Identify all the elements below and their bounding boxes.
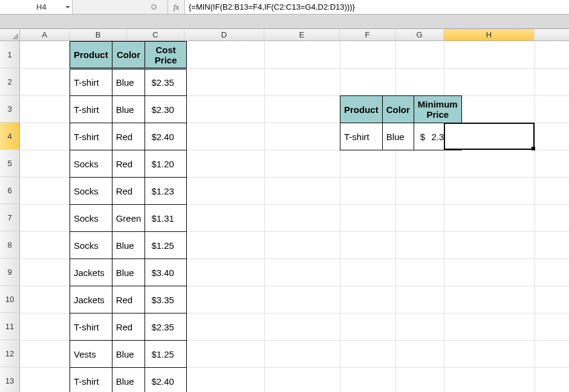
row-header-8[interactable]: 8 [0, 231, 20, 259]
row-header-1[interactable]: 1 [0, 41, 20, 68]
table-row: T-shirt Blue $2.35 [70, 69, 187, 96]
lookup-header-color[interactable]: Color [382, 96, 414, 123]
main-header-color[interactable]: Color [112, 42, 145, 69]
formula-bar-spacer [73, 0, 168, 14]
row-header-9[interactable]: 9 [0, 259, 20, 286]
cell-color[interactable]: Blue [112, 259, 145, 286]
insert-function-button[interactable]: fx [168, 0, 185, 14]
cell-price[interactable]: $1.25 [145, 341, 187, 368]
lookup-table: Product Color Minimum Price T-shirt Blue… [340, 95, 462, 150]
row-header-6[interactable]: 6 [0, 177, 20, 204]
cell-price[interactable]: $1.20 [145, 150, 187, 178]
column-headers: A B C D E F G H [0, 29, 569, 41]
cell-price[interactable]: $1.25 [145, 232, 187, 259]
col-header-g[interactable]: G [395, 29, 444, 40]
lookup-table-header-row: Product Color Minimum Price [340, 96, 462, 123]
cell-product[interactable]: Socks [70, 232, 112, 259]
col-header-e[interactable]: E [264, 29, 340, 40]
table-row: Socks Red $1.20 [70, 150, 187, 178]
name-box-wrap[interactable]: H4 [0, 0, 73, 14]
lookup-header-product[interactable]: Product [340, 96, 383, 123]
chevron-down-icon[interactable] [65, 6, 70, 8]
cell-color[interactable]: Green [112, 205, 145, 232]
formula-input[interactable]: {=MIN(IF(B2:B13=F4,IF(C2:C13=G4,D2:D13))… [185, 0, 569, 14]
table-row: T-shirt Blue $2.30 [70, 96, 187, 123]
cell-price[interactable]: $2.35 [145, 313, 187, 341]
cell-product[interactable]: Jackets [70, 286, 112, 313]
record-macro-icon[interactable] [151, 4, 157, 10]
cell-price[interactable]: $1.23 [145, 178, 187, 205]
col-header-h[interactable]: H [444, 29, 535, 40]
main-table: Product Color Cost Price T-shirt Blue $2… [70, 41, 187, 392]
ribbon-collapsed-gap [0, 14, 569, 29]
cell-color[interactable]: Red [112, 313, 145, 341]
cell-color[interactable]: Blue [112, 96, 145, 123]
table-row: Socks Red $1.23 [70, 178, 187, 205]
cell-price[interactable]: $3.40 [145, 259, 187, 286]
cell-product[interactable]: Socks [70, 178, 112, 205]
row-header-7[interactable]: 7 [0, 204, 20, 231]
cell-product[interactable]: T-shirt [70, 69, 112, 96]
row-header-12[interactable]: 12 [0, 340, 20, 367]
main-header-product[interactable]: Product [70, 42, 112, 69]
table-row: Socks Green $1.31 [70, 205, 187, 232]
cell-product[interactable]: Jackets [70, 259, 112, 286]
cell-color[interactable]: Red [112, 178, 145, 205]
cell-price[interactable]: $2.40 [145, 123, 187, 150]
cell-min-price[interactable]: $2.30 [414, 123, 461, 150]
row-header-11[interactable]: 11 [0, 313, 20, 340]
col-header-d[interactable]: D [184, 29, 264, 40]
cell-product[interactable]: Socks [70, 150, 112, 178]
table-row: Jackets Red $3.35 [70, 286, 187, 313]
col-header-b[interactable]: B [70, 29, 127, 40]
fx-icon: fx [174, 2, 179, 12]
cell-color[interactable]: Blue [112, 69, 145, 96]
row-header-13[interactable]: 13 [0, 367, 20, 392]
main-header-cost[interactable]: Cost Price [145, 42, 187, 69]
cell-color[interactable]: Blue [112, 368, 145, 393]
formula-text: {=MIN(IF(B2:B13=F4,IF(C2:C13=G4,D2:D13))… [189, 2, 355, 11]
table-row: Vests Blue $1.25 [70, 341, 187, 368]
spreadsheet-grid: A B C D E F G H 1 2 3 4 5 6 7 8 9 10 11 … [0, 29, 569, 41]
lookup-header-min-price[interactable]: Minimum Price [414, 96, 461, 123]
table-row: T-shirt Blue $2.30 [340, 123, 462, 150]
cell-color[interactable]: Blue [112, 341, 145, 368]
col-header-c[interactable]: C [127, 29, 184, 40]
cell-product[interactable]: T-shirt [70, 123, 112, 150]
cell-product[interactable]: T-shirt [340, 123, 383, 150]
cell-color[interactable]: Red [112, 150, 145, 178]
cell-price[interactable]: $2.35 [145, 69, 187, 96]
cell-product[interactable]: Socks [70, 205, 112, 232]
cell-price[interactable]: $1.31 [145, 205, 187, 232]
cell-product[interactable]: T-shirt [70, 96, 112, 123]
select-all-button[interactable] [0, 29, 20, 41]
cell-color[interactable]: Red [112, 123, 145, 150]
cell-product[interactable]: T-shirt [70, 368, 112, 393]
cell-color[interactable]: Blue [112, 232, 145, 259]
row-header-4[interactable]: 4 [0, 123, 20, 150]
col-header-a[interactable]: A [20, 29, 70, 40]
cell-price[interactable]: $2.30 [145, 96, 187, 123]
cell-price[interactable]: $3.35 [145, 286, 187, 313]
main-table-header-row: Product Color Cost Price [70, 42, 187, 69]
table-row: Socks Blue $1.25 [70, 232, 187, 259]
row-headers: 1 2 3 4 5 6 7 8 9 10 11 12 13 [0, 41, 20, 392]
row-header-2[interactable]: 2 [0, 68, 20, 95]
row-header-5[interactable]: 5 [0, 150, 20, 177]
cell-product[interactable]: T-shirt [70, 313, 112, 341]
row-header-3[interactable]: 3 [0, 95, 20, 123]
cell-color[interactable]: Blue [382, 123, 414, 150]
table-row: T-shirt Red $2.35 [70, 313, 187, 341]
row-header-10[interactable]: 10 [0, 286, 20, 313]
formula-bar-row: H4 fx {=MIN(IF(B2:B13=F4,IF(C2:C13=G4,D2… [0, 0, 569, 14]
col-header-f[interactable]: F [340, 29, 395, 40]
table-row: Jackets Blue $3.40 [70, 259, 187, 286]
cell-color[interactable]: Red [112, 286, 145, 313]
cell-price[interactable]: $2.40 [145, 368, 187, 393]
table-row: T-shirt Red $2.40 [70, 123, 187, 150]
table-row: T-shirt Blue $2.40 [70, 368, 187, 393]
cell-product[interactable]: Vests [70, 341, 112, 368]
